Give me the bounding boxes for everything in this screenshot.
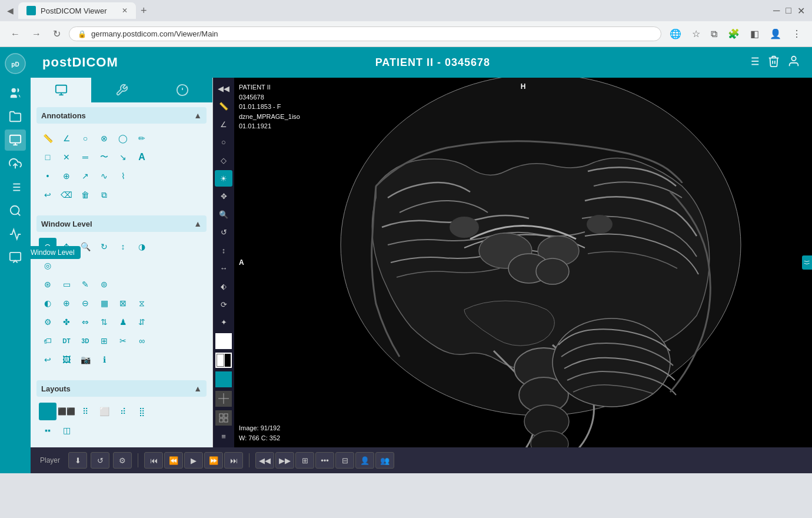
new-tab-btn[interactable]: + <box>136 5 152 17</box>
tool-crosshair[interactable]: ⊕ <box>58 167 75 185</box>
player-add-btn[interactable]: 👥 <box>375 452 394 469</box>
vt-collapse[interactable]: ◀◀ <box>215 80 232 97</box>
vt-split-box[interactable] <box>215 353 232 368</box>
wl-tool-image2[interactable]: 📷 <box>76 351 94 368</box>
tools-tab-viewer[interactable] <box>31 78 91 102</box>
wl-tool-image[interactable]: 🖼 <box>58 351 75 368</box>
vt-scroll-v[interactable]: ↕ <box>215 242 232 259</box>
sidebar-icon-list[interactable] <box>5 177 26 198</box>
wl-tool-cog2[interactable]: ✤ <box>58 313 75 331</box>
wl-tool-invert[interactable]: ⧖ <box>133 294 151 312</box>
tool-waveform[interactable]: ⌇ <box>114 167 132 185</box>
tool-ellipse[interactable]: ◯ <box>114 130 132 147</box>
sidebar-btn[interactable]: ◧ <box>747 26 763 42</box>
tool-circle[interactable]: ○ <box>76 130 94 147</box>
vt-move[interactable]: ✥ <box>215 188 232 205</box>
top-bar-delete-icon[interactable] <box>767 55 780 71</box>
sidebar-icon-search[interactable] <box>5 200 26 221</box>
nav-forward-btn[interactable]: → <box>28 26 45 42</box>
player-more-btn[interactable]: ••• <box>315 452 334 469</box>
tool-ellipse-filled[interactable]: ⊗ <box>95 130 113 147</box>
wl-tool-filter[interactable]: ⊠ <box>114 294 132 312</box>
wl-tool-magic[interactable]: ⊚ <box>95 275 113 293</box>
layout-3x3[interactable]: ⣿ <box>133 403 151 420</box>
nav-back-btn[interactable]: ← <box>7 26 24 42</box>
close-btn[interactable]: ✕ <box>797 5 805 16</box>
annotations-header[interactable]: Annotations ▲ <box>36 107 207 124</box>
window-btn[interactable]: ⧉ <box>707 26 721 42</box>
wl-tool-target[interactable]: ◎ <box>39 257 56 274</box>
layout-1x2[interactable]: ⬛⬛ <box>58 403 75 420</box>
vt-circle[interactable]: ○ <box>215 134 232 151</box>
player-grid-btn[interactable]: ⊞ <box>295 452 314 469</box>
wl-tool-contrast[interactable]: ◐ <box>39 294 56 312</box>
sidebar-icon-upload[interactable] <box>5 153 26 174</box>
player-settings-btn[interactable]: ⚙ <box>113 452 132 469</box>
window-level-header[interactable]: Window Level ▲ <box>36 215 207 232</box>
vt-brightness[interactable]: ☀ <box>215 170 232 187</box>
wl-tool-zoomout[interactable]: ⊖ <box>76 294 94 312</box>
menu-btn[interactable]: ⋮ <box>788 26 805 42</box>
dicom-scroll-indicator[interactable]: ⟩⟩ <box>802 255 812 270</box>
tool-angle[interactable]: ∠ <box>58 130 75 147</box>
player-person-btn[interactable]: 👤 <box>355 452 374 469</box>
player-layout-btn[interactable]: ⊟ <box>335 452 354 469</box>
wl-tool-adjust[interactable]: ◑ <box>133 238 151 255</box>
annotations-collapse-icon[interactable]: ▲ <box>194 111 202 120</box>
layout-2x3[interactable]: ⠾ <box>114 403 132 420</box>
tool-copy[interactable]: ⧉ <box>95 186 113 204</box>
address-bar[interactable]: 🔒 germany.postdicom.com/Viewer/Main <box>69 26 661 41</box>
vt-ruler[interactable]: 📏 <box>215 98 232 115</box>
tool-clear[interactable]: 🗑 <box>76 186 94 204</box>
wl-tool-rect2[interactable]: ▭ <box>58 275 75 293</box>
window-level-collapse-icon[interactable]: ▲ <box>194 219 202 228</box>
sidebar-icon-users[interactable] <box>5 82 26 104</box>
profile-btn[interactable]: 👤 <box>766 26 785 42</box>
tool-probe[interactable]: ↗ <box>76 167 94 185</box>
tool-eraser[interactable]: ⌫ <box>58 186 75 204</box>
tools-tab-tools[interactable] <box>91 78 152 102</box>
wl-tool-undo2[interactable]: ↩ <box>39 351 56 368</box>
vt-layer[interactable]: ⬖ <box>215 278 232 295</box>
wl-tool-split[interactable]: ⇅ <box>95 313 113 331</box>
sidebar-icon-folder[interactable] <box>5 106 26 127</box>
wl-tool-info2[interactable]: ℹ <box>95 351 113 368</box>
wl-tool-pencil[interactable]: ✎ <box>76 275 94 293</box>
player-next-btn[interactable]: ⏩ <box>204 452 223 469</box>
wl-tool-scissor[interactable]: ✂ <box>114 332 132 350</box>
vt-star[interactable]: ✦ <box>215 314 232 331</box>
vt-cyan-box[interactable] <box>215 371 232 387</box>
player-reset-btn[interactable]: ↺ <box>91 452 109 469</box>
wl-tool-tag[interactable]: 🏷 <box>39 332 56 350</box>
vt-reset[interactable]: ↺ <box>215 224 232 241</box>
layout-2col[interactable]: ⬜ <box>95 403 113 420</box>
wl-tool-rotate[interactable]: ↻ <box>95 238 113 255</box>
sidebar-icon-analytics[interactable] <box>5 224 26 245</box>
wl-tool-roi2[interactable]: ⊛ <box>39 275 56 293</box>
tool-rect[interactable]: □ <box>39 148 56 166</box>
tool-text[interactable]: A <box>133 148 151 166</box>
wl-tool-grid[interactable]: ⊞ <box>95 332 113 350</box>
wl-tool-arrows[interactable]: ⇔ <box>76 313 94 331</box>
nav-reload-btn[interactable]: ↻ <box>49 26 64 42</box>
layout-custom[interactable]: ◫ <box>58 421 75 439</box>
tool-arrow[interactable]: ↘ <box>114 148 132 166</box>
wl-tool-sort[interactable]: ⇵ <box>133 313 151 331</box>
tool-spline[interactable]: 〜 <box>95 148 113 166</box>
vt-zoom[interactable]: 🔍 <box>215 206 232 223</box>
vt-white-box[interactable] <box>215 333 232 349</box>
wl-tool-zoomin[interactable]: ⊕ <box>58 294 75 312</box>
browser-tab[interactable]: PostDICOM Viewer ✕ <box>18 2 136 19</box>
translate-btn[interactable]: 🌐 <box>666 26 685 42</box>
layouts-collapse-icon[interactable]: ▲ <box>194 384 202 393</box>
layout-2x1[interactable]: ▪▪ <box>39 421 56 439</box>
tool-undo[interactable]: ↩ <box>39 186 56 204</box>
player-download-btn[interactable]: ⬇ <box>68 452 87 469</box>
player-back-btn[interactable]: ◀◀ <box>255 452 274 469</box>
vt-rotate2[interactable]: ⟳ <box>215 296 232 313</box>
wl-tool-film[interactable]: ▦ <box>95 294 113 312</box>
tool-line[interactable]: ═ <box>76 148 94 166</box>
top-bar-list-icon[interactable] <box>747 55 760 71</box>
tab-close-btn[interactable]: ✕ <box>122 6 128 15</box>
vt-grid2-box[interactable] <box>215 410 232 426</box>
